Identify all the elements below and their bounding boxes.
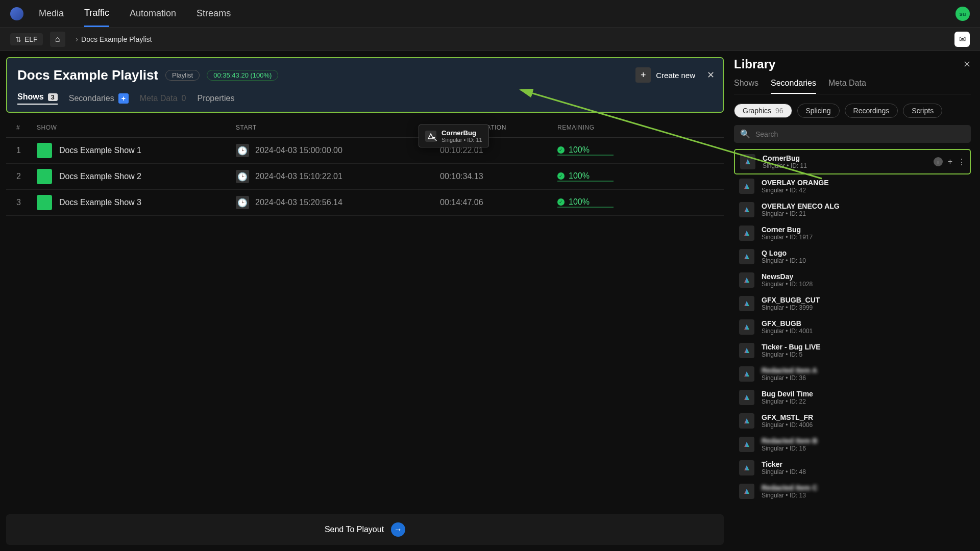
start-time: 2024-04-03 15:00:00.00 <box>255 146 342 155</box>
table-row[interactable]: 3 Docs Example Show 3 🕒 2024-04-03 15:20… <box>6 190 724 216</box>
library-item[interactable]: CornerBug Singular • ID: 11 i + ⋮ <box>734 149 971 174</box>
chevron-right-icon: › <box>76 35 78 44</box>
library-item-name: GFX_BUGB <box>762 319 813 328</box>
tab-secondaries[interactable]: Secondaries + <box>69 93 129 104</box>
progress-bar <box>557 155 614 156</box>
inbox-icon: ✉ <box>959 34 966 44</box>
playlist-header: Docs Example Playlist Playlist 00:35:43.… <box>6 57 724 113</box>
singular-icon <box>739 484 754 499</box>
nav-media[interactable]: Media <box>39 1 64 26</box>
singular-icon <box>739 460 754 475</box>
singular-icon <box>739 437 754 452</box>
lib-tab-shows[interactable]: Shows <box>734 79 758 94</box>
inbox-button[interactable]: ✉ <box>954 32 970 47</box>
more-icon[interactable]: ⋮ <box>958 157 966 167</box>
arrow-right-icon: → <box>391 522 405 537</box>
create-new-label: Create new <box>656 71 695 80</box>
search-box[interactable]: 🔍 <box>734 125 971 143</box>
svg-marker-5 <box>744 254 749 259</box>
channel-selector[interactable]: ⇅ ELF <box>10 33 43 45</box>
add-icon[interactable]: + <box>948 157 952 167</box>
singular-icon <box>739 226 754 241</box>
home-button[interactable]: ⌂ <box>50 32 65 47</box>
search-input[interactable] <box>755 130 965 138</box>
svg-marker-4 <box>744 231 749 236</box>
library-item[interactable]: Redacted Item B Singular • ID: 16 <box>734 433 971 456</box>
library-item[interactable]: Corner Bug Singular • ID: 1917 <box>734 221 971 245</box>
library-item-name: Ticker <box>762 460 806 468</box>
library-item[interactable]: Redacted Item A Singular • ID: 36 <box>734 362 971 386</box>
nav-traffic[interactable]: Traffic <box>84 1 109 27</box>
singular-icon <box>739 343 754 358</box>
singular-icon <box>739 272 754 288</box>
library-item[interactable]: Bug Devil Time Singular • ID: 22 <box>734 386 971 409</box>
nav-automation[interactable]: Automation <box>130 1 176 26</box>
library-item[interactable]: Redacted Item C Singular • ID: 13 <box>734 480 971 503</box>
tab-secondaries-label: Secondaries <box>69 94 114 103</box>
library-item-sub: Singular • ID: 4006 <box>762 421 813 429</box>
lib-tab-secondaries[interactable]: Secondaries <box>771 79 816 94</box>
channel-name: ELF <box>24 35 38 43</box>
app-logo-icon[interactable] <box>10 7 23 20</box>
library-item[interactable]: OVERLAY ENECO ALG Singular • ID: 21 <box>734 198 971 221</box>
sort-icon: ⇅ <box>15 35 21 43</box>
svg-marker-1 <box>745 159 750 164</box>
library-item-sub: Singular • ID: 10 <box>762 257 806 264</box>
table-row[interactable]: 2 Docs Example Show 2 🕒 2024-04-03 15:10… <box>6 164 724 190</box>
library-item-sub: Singular • ID: 22 <box>762 398 813 405</box>
planned-duration: 00:10:34.13 <box>440 172 557 181</box>
svg-marker-10 <box>744 371 749 377</box>
filter-recordings[interactable]: Recordings <box>845 104 898 118</box>
library-item[interactable]: NewsDay Singular • ID: 1028 <box>734 268 971 292</box>
show-name: Docs Example Show 2 <box>59 172 141 181</box>
create-new-button[interactable]: + Create new <box>635 67 695 83</box>
tab-properties[interactable]: Properties <box>197 94 234 103</box>
start-time: 2024-04-03 15:20:56.14 <box>255 198 342 207</box>
library-item[interactable]: GFX_BUGB Singular • ID: 4001 <box>734 315 971 339</box>
svg-marker-11 <box>744 395 749 400</box>
library-item[interactable]: OVERLAY ORANGE Singular • ID: 42 <box>734 174 971 198</box>
singular-icon <box>425 131 436 142</box>
user-avatar[interactable]: su <box>955 7 970 21</box>
library-close-button[interactable]: ✕ <box>963 59 971 70</box>
library-item-name: GFX_MSTL_FR <box>762 413 813 421</box>
check-icon: ✓ <box>557 146 565 154</box>
lib-tab-metadata[interactable]: Meta Data <box>828 79 866 94</box>
send-to-playout-button[interactable]: Send To Playout → <box>6 514 724 545</box>
singular-icon <box>739 179 754 194</box>
info-icon[interactable]: i <box>934 157 943 166</box>
remaining-pct: 100% <box>569 197 590 207</box>
tab-shows[interactable]: Shows 3 <box>17 92 58 105</box>
close-playlist-button[interactable]: ✕ <box>707 69 715 81</box>
add-secondary-icon[interactable]: + <box>118 93 129 104</box>
library-item-name: Ticker - Bug LIVE <box>762 343 821 351</box>
library-item[interactable]: GFX_MSTL_FR Singular • ID: 4006 <box>734 409 971 433</box>
singular-icon <box>739 249 754 264</box>
home-icon: ⌂ <box>55 35 60 44</box>
library-item[interactable]: Q Logo Singular • ID: 10 <box>734 245 971 268</box>
row-num: 2 <box>16 172 37 181</box>
filter-scripts[interactable]: Scripts <box>903 104 942 118</box>
singular-icon <box>739 390 754 405</box>
table-row[interactable]: 1 Docs Example Show 1 🕒 2024-04-03 15:00… <box>6 138 724 164</box>
svg-marker-7 <box>744 301 749 306</box>
show-name: Docs Example Show 3 <box>59 198 141 207</box>
tab-metadata[interactable]: Meta Data 0 <box>140 94 186 103</box>
nav-streams[interactable]: Streams <box>197 1 231 26</box>
library-item[interactable]: Ticker Singular • ID: 48 <box>734 456 971 480</box>
playlist-title: Docs Example Playlist <box>17 67 158 83</box>
library-item-sub: Singular • ID: 5 <box>762 351 821 358</box>
planned-duration: 00:14:47.06 <box>440 198 557 207</box>
library-item[interactable]: GFX_BUGB_CUT Singular • ID: 3999 <box>734 292 971 315</box>
svg-marker-13 <box>744 442 749 447</box>
send-label: Send To Playout <box>325 525 384 534</box>
show-thumb-icon <box>37 169 52 184</box>
filter-splicing[interactable]: Splicing <box>797 104 840 118</box>
singular-icon <box>739 319 754 335</box>
singular-icon <box>740 154 755 169</box>
svg-marker-2 <box>744 184 749 189</box>
top-nav: Media Traffic Automation Streams su <box>0 0 980 28</box>
row-num: 3 <box>16 198 37 207</box>
library-item[interactable]: Ticker - Bug LIVE Singular • ID: 5 <box>734 339 971 362</box>
filter-graphics[interactable]: Graphics 96 <box>734 104 792 118</box>
